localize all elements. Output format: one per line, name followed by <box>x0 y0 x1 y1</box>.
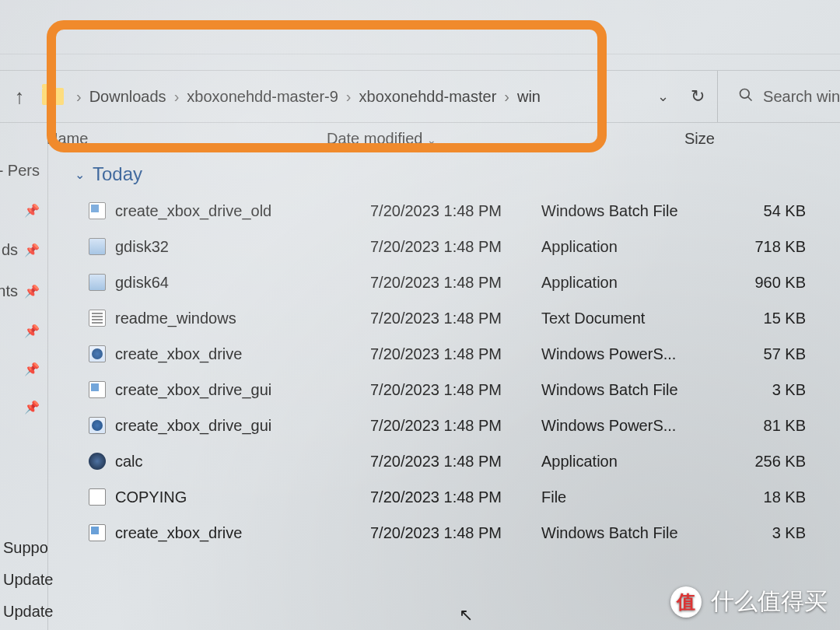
svg-line-1 <box>748 96 752 100</box>
file-name-cell[interactable]: create_xbox_drive_gui <box>75 381 370 399</box>
file-name-label: create_xbox_drive <box>115 345 242 363</box>
breadcrumb-item[interactable]: win <box>517 88 541 106</box>
pin-icon: 📌 <box>24 203 40 218</box>
file-type-cell: Windows Batch File <box>541 524 720 542</box>
chevron-right-icon: › <box>76 88 82 106</box>
file-size-cell: 54 KB <box>720 202 829 220</box>
svg-point-0 <box>740 89 750 98</box>
file-row[interactable]: gdisk327/20/2023 1:48 PMApplication718 K… <box>75 229 840 264</box>
file-name-cell[interactable]: create_xbox_drive_gui <box>75 417 370 435</box>
folder-icon <box>42 88 64 105</box>
file-row[interactable]: gdisk647/20/2023 1:48 PMApplication960 K… <box>75 264 840 300</box>
file-name-label: readme_windows <box>115 310 236 327</box>
sidebar-item[interactable]: nts📌 <box>0 282 47 300</box>
file-name-label: create_xbox_drive <box>115 524 242 542</box>
search-input[interactable]: Search win <box>717 71 840 122</box>
file-row[interactable]: COPYING7/20/2023 1:48 PMFile18 KB <box>75 479 840 515</box>
file-name-cell[interactable]: gdisk32 <box>75 238 370 256</box>
column-headers[interactable]: Name Date modified⌄ Type Size <box>47 123 840 154</box>
pin-icon: 📌 <box>24 243 40 257</box>
file-name-label: gdisk32 <box>115 238 169 256</box>
sidebar-item[interactable]: g - Pers <box>0 162 47 180</box>
file-name-label: COPYING <box>115 488 187 506</box>
sidebar-item[interactable]: 📌 <box>0 324 47 338</box>
pin-icon: 📌 <box>24 284 40 299</box>
file-name-label: create_xbox_drive_gui <box>115 417 271 435</box>
file-date-cell: 7/20/2023 1:48 PM <box>370 310 541 327</box>
file-row[interactable]: create_xbox_drive_gui7/20/2023 1:48 PMWi… <box>75 408 840 443</box>
sidebar-item[interactable]: Update <box>3 603 54 621</box>
column-date[interactable]: Date modified⌄ <box>327 130 506 148</box>
file-row[interactable]: create_xbox_drive_old7/20/2023 1:48 PMWi… <box>75 193 840 229</box>
sidebar-item[interactable]: 📌 <box>0 203 47 218</box>
file-date-cell: 7/20/2023 1:48 PM <box>370 202 541 220</box>
column-name[interactable]: Name <box>47 130 327 148</box>
file-date-cell: 7/20/2023 1:48 PM <box>370 238 541 256</box>
file-type-cell: Application <box>541 453 720 471</box>
file-row[interactable]: calc7/20/2023 1:48 PMApplication256 KB <box>75 443 840 479</box>
refresh-icon[interactable]: ↻ <box>691 86 705 107</box>
file-row[interactable]: create_xbox_drive7/20/2023 1:48 PMWindow… <box>75 336 840 372</box>
file-name-cell[interactable]: create_xbox_drive <box>75 524 370 542</box>
breadcrumb-item[interactable]: xboxonehdd-master <box>359 88 497 106</box>
chevron-right-icon: › <box>346 88 352 106</box>
sidebar-item[interactable]: Suppo <box>3 539 54 557</box>
file-date-cell: 7/20/2023 1:48 PM <box>370 453 541 471</box>
sidebar-item[interactable]: ds📌 <box>0 241 47 259</box>
file-type-icon <box>89 381 106 398</box>
watermark: 值 什么值得买 <box>670 586 828 618</box>
file-type-icon <box>89 453 106 470</box>
breadcrumb-item[interactable]: Downloads <box>89 88 166 106</box>
file-type-cell: Windows Batch File <box>541 381 720 399</box>
file-type-icon <box>89 274 106 291</box>
file-type-icon <box>89 345 106 362</box>
file-name-cell[interactable]: readme_windows <box>75 310 370 327</box>
sidebar-item[interactable]: 📌 <box>0 362 47 376</box>
file-name-cell[interactable]: COPYING <box>75 488 370 506</box>
breadcrumb-item[interactable]: xboxonehdd-master-9 <box>187 88 338 106</box>
file-name-cell[interactable]: gdisk64 <box>75 274 370 292</box>
file-type-cell: Windows PowerS... <box>541 345 720 363</box>
file-type-icon <box>89 488 106 506</box>
file-date-cell: 7/20/2023 1:48 PM <box>370 417 541 435</box>
file-type-icon <box>89 310 106 327</box>
watermark-text: 什么值得买 <box>711 586 828 618</box>
breadcrumb[interactable]: › Downloads › xboxonehdd-master-9 › xbox… <box>72 88 541 106</box>
file-name-cell[interactable]: create_xbox_drive <box>75 345 370 363</box>
file-name-label: calc <box>115 453 143 471</box>
chevron-down-icon: ⌄ <box>427 134 436 146</box>
file-row[interactable]: create_xbox_drive7/20/2023 1:48 PMWindow… <box>75 515 840 551</box>
tab-corner <box>25 19 48 42</box>
sidebar-bottom: Suppo Update Update <box>0 539 54 621</box>
file-type-cell: File <box>541 488 720 506</box>
file-row[interactable]: readme_windows7/20/2023 1:48 PMText Docu… <box>75 300 840 336</box>
sidebar-item[interactable]: Update <box>3 571 54 589</box>
up-button[interactable]: ↑ <box>0 85 39 109</box>
group-label: Today <box>93 163 142 185</box>
file-date-cell: 7/20/2023 1:48 PM <box>370 524 541 542</box>
file-row[interactable]: create_xbox_drive_gui7/20/2023 1:48 PMWi… <box>75 372 840 408</box>
chevron-right-icon: › <box>174 88 180 106</box>
file-name-label: gdisk64 <box>115 274 169 292</box>
file-date-cell: 7/20/2023 1:48 PM <box>370 274 541 292</box>
file-size-cell: 960 KB <box>720 274 829 292</box>
file-name-cell[interactable]: calc <box>75 453 370 471</box>
address-bar[interactable]: ↑ › Downloads › xboxonehdd-master-9 › xb… <box>0 70 840 123</box>
column-type[interactable]: Type <box>506 130 684 148</box>
file-size-cell: 256 KB <box>720 453 829 471</box>
group-header-today[interactable]: ⌄ Today <box>75 163 840 185</box>
file-type-cell: Application <box>541 238 720 256</box>
watermark-badge: 值 <box>670 586 702 618</box>
chevron-down-icon[interactable]: ⌄ <box>657 88 669 105</box>
sidebar-item[interactable]: 📌 <box>0 400 47 415</box>
file-size-cell: 15 KB <box>720 310 829 327</box>
column-size[interactable]: Size <box>684 130 840 148</box>
file-name-cell[interactable]: create_xbox_drive_old <box>75 202 370 220</box>
file-list[interactable]: ⌄ Today create_xbox_drive_old7/20/2023 1… <box>51 156 840 630</box>
file-date-cell: 7/20/2023 1:48 PM <box>370 381 541 399</box>
pin-icon: 📌 <box>24 400 40 415</box>
pin-icon: 📌 <box>24 324 40 338</box>
file-size-cell: 3 KB <box>720 524 829 542</box>
file-type-cell: Windows PowerS... <box>541 417 720 435</box>
file-type-icon <box>89 238 106 255</box>
